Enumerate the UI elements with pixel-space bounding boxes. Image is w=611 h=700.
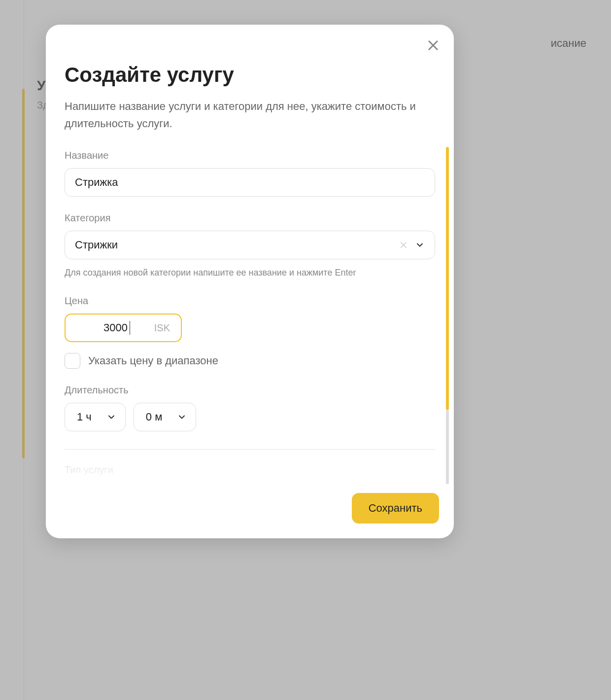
chevron-down-icon (415, 240, 425, 250)
scrollbar-track (446, 410, 449, 484)
category-label: Категория (65, 212, 435, 224)
price-input-wrap[interactable]: ISK (65, 314, 182, 342)
duration-hours-value: 1 ч (77, 411, 92, 423)
clear-category-button[interactable] (399, 241, 408, 249)
close-icon (426, 38, 440, 52)
duration-label: Длительность (65, 385, 435, 396)
modal-header: Создайте услугу Напишите название услуги… (46, 25, 454, 132)
category-select[interactable]: Стрижки (65, 231, 435, 259)
name-field-group: Название (65, 150, 435, 197)
modal-footer: Сохранить (46, 484, 454, 538)
service-type-label-partial: Тип услуги (65, 464, 435, 476)
duration-minutes-select[interactable]: 0 м (134, 403, 196, 431)
price-field-group: Цена ISK Указать цену в диапазоне (65, 295, 435, 369)
scrollbar-thumb[interactable] (446, 147, 449, 410)
chevron-down-icon (106, 412, 116, 422)
modal-body[interactable]: Название Категория Стрижки (46, 147, 454, 484)
save-button[interactable]: Сохранить (352, 493, 439, 524)
text-cursor (130, 321, 130, 335)
category-field-group: Категория Стрижки Для с (65, 212, 435, 280)
price-range-checkbox[interactable] (65, 353, 80, 369)
chevron-down-icon (177, 412, 187, 422)
price-currency: ISK (154, 322, 181, 334)
modal-title: Создайте услугу (65, 63, 435, 87)
duration-row: 1 ч 0 м (65, 403, 435, 431)
modal-body-wrap: Название Категория Стрижки (46, 147, 454, 484)
duration-hours-select[interactable]: 1 ч (65, 403, 126, 431)
name-label: Название (65, 150, 435, 161)
price-range-checkbox-row: Указать цену в диапазоне (65, 353, 435, 369)
name-input[interactable] (65, 168, 435, 197)
close-icon (399, 241, 408, 249)
create-service-modal: Создайте услугу Напишите название услуги… (46, 25, 454, 538)
category-hint: Для создания новой категории напишите ее… (65, 266, 435, 280)
price-label: Цена (65, 295, 435, 307)
duration-minutes-value: 0 м (146, 411, 162, 423)
close-button[interactable] (423, 35, 443, 55)
category-value: Стрижки (75, 239, 399, 251)
price-input[interactable] (66, 315, 130, 341)
modal-subtitle: Напишите название услуги и категории для… (65, 98, 435, 132)
duration-field-group: Длительность 1 ч 0 м (65, 385, 435, 431)
section-divider (65, 449, 435, 450)
price-range-label: Указать цену в диапазоне (88, 354, 218, 367)
